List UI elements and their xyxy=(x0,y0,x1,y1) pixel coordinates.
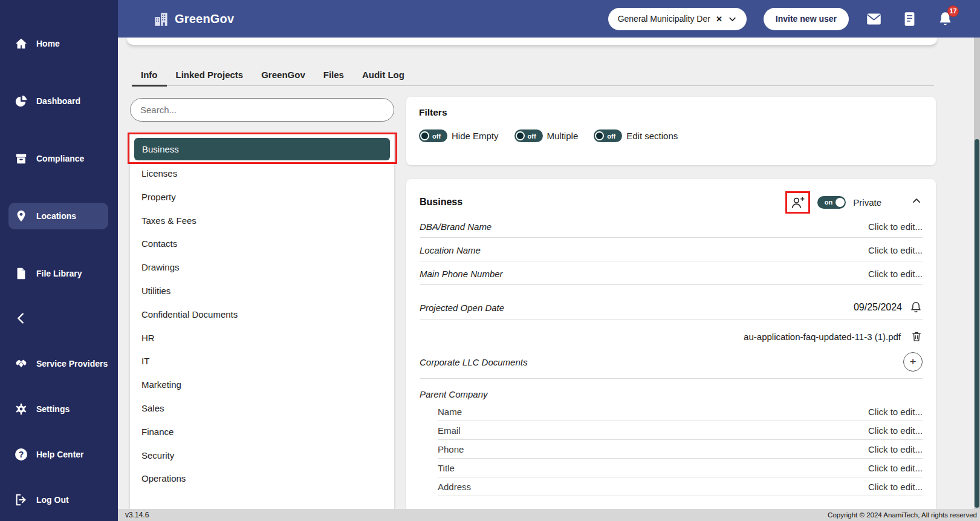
business-details-card: Business on Private DBA/Brand Name Click… xyxy=(406,179,936,509)
sidebar-item-file-library[interactable]: File Library xyxy=(8,260,108,287)
click-to-edit-value[interactable]: Click to edit... xyxy=(868,444,923,454)
question-icon: ? xyxy=(15,448,28,461)
toggle-hide-empty[interactable]: off Hide Empty xyxy=(419,129,499,142)
top-right-controls: General Municipality Der ✕ Invite new us… xyxy=(608,8,953,30)
document-icon[interactable] xyxy=(901,11,918,27)
add-document-button[interactable]: + xyxy=(903,352,923,372)
parent-field-row-name: Name Click to edit... xyxy=(438,402,923,421)
toggle-label: Edit sections xyxy=(626,131,678,141)
attached-file-name[interactable]: au-application-faq-updated-11-3 (1).pdf xyxy=(744,332,901,342)
section-item-licenses[interactable]: Licenses xyxy=(130,162,394,186)
section-item-security[interactable]: Security xyxy=(130,444,394,468)
click-to-edit-value[interactable]: Click to edit... xyxy=(868,221,923,232)
sidebar-item-compliance[interactable]: Compliance xyxy=(8,145,108,172)
sidebar-item-dashboard[interactable]: Dashboard xyxy=(8,88,108,114)
section-item-contacts[interactable]: Contacts xyxy=(130,232,394,256)
tab-linked-projects[interactable]: Linked Projects xyxy=(167,64,253,85)
click-to-edit-value[interactable]: Click to edit... xyxy=(868,482,923,492)
page-scrollbar[interactable] xyxy=(974,38,980,509)
gear-icon xyxy=(15,402,28,416)
top-icon-group: 17 xyxy=(866,11,953,27)
tab-info[interactable]: Info xyxy=(132,64,167,85)
organization-selector[interactable]: General Municipality Der ✕ xyxy=(608,8,747,30)
sections-panel: Business Licenses Property Taxes & Fees … xyxy=(130,98,394,509)
compliance-icon xyxy=(15,152,28,165)
date-value[interactable]: 09/25/2024 xyxy=(854,302,902,313)
section-item-property[interactable]: Property xyxy=(130,186,394,209)
hide-empty-switch[interactable]: off xyxy=(419,129,447,142)
section-item-sales[interactable]: Sales xyxy=(130,397,394,421)
reminder-bell-icon[interactable] xyxy=(909,301,923,314)
field-label: Email xyxy=(438,425,461,436)
mail-icon[interactable] xyxy=(866,11,882,27)
footer-bar: v3.14.6 Copyright © 2024 AnamiTech, All … xyxy=(118,509,980,521)
chevron-down-icon[interactable] xyxy=(728,15,737,24)
click-to-edit-value[interactable]: Click to edit... xyxy=(868,407,923,417)
parent-company-label: Parent Company xyxy=(420,379,923,402)
scrollbar-thumb[interactable] xyxy=(975,139,979,508)
click-to-edit-value[interactable]: Click to edit... xyxy=(868,245,923,255)
section-item-drawings[interactable]: Drawings xyxy=(130,256,394,280)
sidebar-item-label: Dashboard xyxy=(36,96,80,106)
click-to-edit-value[interactable]: Click to edit... xyxy=(868,425,923,436)
tab-audit-log[interactable]: Audit Log xyxy=(353,64,414,85)
dashboard-icon xyxy=(15,94,28,108)
sidebar-item-log-out[interactable]: Log Out xyxy=(8,487,108,513)
click-to-edit-value[interactable]: Click to edit... xyxy=(868,269,923,279)
delete-file-trash-icon[interactable] xyxy=(910,330,923,342)
chevron-left-icon xyxy=(15,312,28,325)
section-item-utilities[interactable]: Utilities xyxy=(130,280,394,303)
sidebar-item-label: Settings xyxy=(36,404,70,414)
tab-greengov[interactable]: GreenGov xyxy=(252,64,314,85)
sidebar-item-service-providers[interactable]: Service Providers xyxy=(8,350,108,377)
sidebar-collapse-button[interactable] xyxy=(8,305,108,332)
sidebar-item-settings[interactable]: Settings xyxy=(8,396,108,422)
notifications-bell-icon[interactable]: 17 xyxy=(937,11,953,27)
toggle-multiple[interactable]: off Multiple xyxy=(514,129,579,142)
click-to-edit-value[interactable]: Click to edit... xyxy=(868,463,923,473)
section-item-operations[interactable]: Operations xyxy=(130,467,394,491)
building-icon xyxy=(153,11,169,27)
business-card-tools: on Private xyxy=(785,191,923,214)
sidebar-item-label: Help Center xyxy=(36,450,84,459)
sidebar-item-help-center[interactable]: ? Help Center xyxy=(8,441,108,468)
search-input[interactable] xyxy=(130,98,394,122)
field-label: Location Name xyxy=(420,245,481,255)
section-item-taxes-fees[interactable]: Taxes & Fees xyxy=(130,209,394,233)
switch-knob xyxy=(836,198,845,207)
app-version: v3.14.6 xyxy=(125,511,149,519)
invite-new-user-button[interactable]: Invite new user xyxy=(764,8,849,30)
sidebar-item-locations[interactable]: Locations xyxy=(8,203,108,229)
assign-user-icon[interactable] xyxy=(790,195,805,211)
section-item-business[interactable]: Business xyxy=(134,138,390,160)
organization-selector-value: General Municipality Der xyxy=(618,14,710,24)
edit-sections-switch[interactable]: off xyxy=(594,129,622,142)
field-label: DBA/Brand Name xyxy=(420,221,492,232)
field-row-main-phone-number: Main Phone Number Click to edit... xyxy=(420,261,923,285)
brand-logo[interactable]: GreenGov xyxy=(153,11,234,27)
section-item-marketing[interactable]: Marketing xyxy=(130,373,394,397)
tab-files[interactable]: Files xyxy=(314,64,353,85)
section-item-it[interactable]: IT xyxy=(130,350,394,373)
parent-field-row-email: Email Click to edit... xyxy=(438,421,923,440)
sidebar-item-label: Log Out xyxy=(36,495,69,505)
field-label: Title xyxy=(438,463,455,473)
field-row-location-name: Location Name Click to edit... xyxy=(420,238,923,261)
section-item-confidential-documents[interactable]: Confidential Documents xyxy=(130,303,394,327)
multiple-switch[interactable]: off xyxy=(514,129,543,142)
sidebar: Home Dashboard Compliance Locations File… xyxy=(0,0,118,521)
toggle-edit-sections[interactable]: off Edit sections xyxy=(594,129,678,142)
private-switch[interactable]: on xyxy=(817,196,846,209)
attached-file-row: au-application-faq-updated-11-3 (1).pdf xyxy=(420,320,923,351)
sidebar-item-home[interactable]: Home xyxy=(8,30,108,57)
section-item-hr[interactable]: HR xyxy=(130,327,394,350)
section-item-finance[interactable]: Finance xyxy=(130,421,394,444)
filters-title: Filters xyxy=(419,107,923,118)
switch-state-label: off xyxy=(607,133,615,140)
clear-selection-icon[interactable]: ✕ xyxy=(716,15,722,24)
collapse-section-chevron-up-icon[interactable] xyxy=(910,195,923,209)
toggle-label: Hide Empty xyxy=(452,131,499,141)
location-pin-icon xyxy=(15,209,28,223)
date-value-group: 09/25/2024 xyxy=(854,301,923,314)
notification-count-badge: 17 xyxy=(947,5,959,17)
